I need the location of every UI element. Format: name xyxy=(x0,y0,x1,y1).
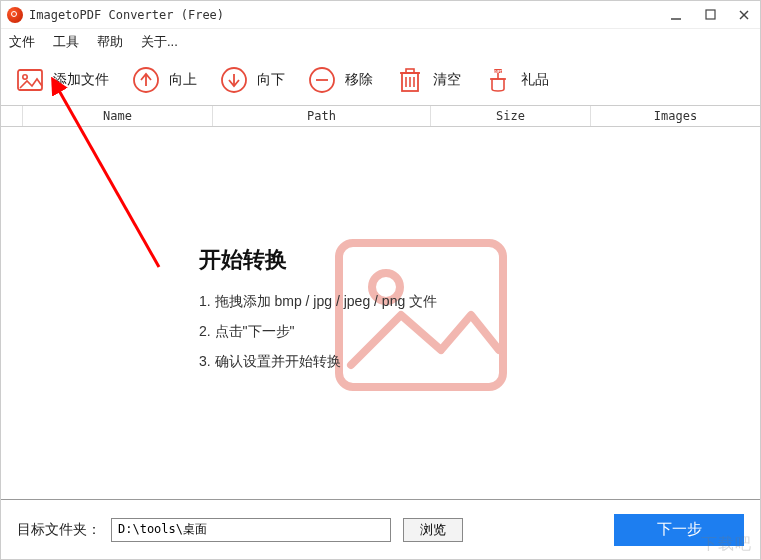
clear-button[interactable]: 清空 xyxy=(395,65,461,95)
col-name[interactable]: Name xyxy=(23,106,213,126)
gift-button[interactable]: GIFT 礼品 xyxy=(483,65,549,95)
target-folder-label: 目标文件夹： xyxy=(17,521,101,539)
col-size[interactable]: Size xyxy=(431,106,591,126)
move-up-button[interactable]: 向上 xyxy=(131,65,197,95)
gift-label: 礼品 xyxy=(521,71,549,89)
clear-label: 清空 xyxy=(433,71,461,89)
col-path[interactable]: Path xyxy=(213,106,431,126)
table-header: Name Path Size Images xyxy=(1,105,760,127)
col-checkbox[interactable] xyxy=(1,106,23,126)
guide-step2: 2. 点击"下一步" xyxy=(199,323,437,341)
image-add-icon xyxy=(15,65,45,95)
maximize-button[interactable] xyxy=(700,5,720,25)
svg-text:GIFT: GIFT xyxy=(494,70,503,74)
menu-tools[interactable]: 工具 xyxy=(53,33,79,51)
window-buttons xyxy=(666,5,754,25)
gift-icon: GIFT xyxy=(483,65,513,95)
guide-step1: 1. 拖拽添加 bmp / jpg / jpeg / png 文件 xyxy=(199,293,437,311)
bottom-bar: 目标文件夹： 浏览 下一步 xyxy=(1,499,760,559)
window-title: ImagetoPDF Converter (Free) xyxy=(29,8,666,22)
move-down-button[interactable]: 向下 xyxy=(219,65,285,95)
trash-icon xyxy=(395,65,425,95)
move-up-label: 向上 xyxy=(169,71,197,89)
content-area[interactable]: 开始转换 1. 拖拽添加 bmp / jpg / jpeg / png 文件 2… xyxy=(1,127,760,497)
svg-rect-17 xyxy=(406,69,414,73)
arrow-up-icon xyxy=(131,65,161,95)
arrow-down-icon xyxy=(219,65,249,95)
remove-label: 移除 xyxy=(345,71,373,89)
add-file-button[interactable]: 添加文件 xyxy=(15,65,109,95)
remove-button[interactable]: 移除 xyxy=(307,65,373,95)
minimize-button[interactable] xyxy=(666,5,686,25)
move-down-label: 向下 xyxy=(257,71,285,89)
close-button[interactable] xyxy=(734,5,754,25)
menu-help[interactable]: 帮助 xyxy=(97,33,123,51)
menu-file[interactable]: 文件 xyxy=(9,33,35,51)
target-folder-input[interactable] xyxy=(111,518,391,542)
guide-step3: 3. 确认设置并开始转换 xyxy=(199,353,437,371)
toolbar: 添加文件 向上 向下 移除 清空 GIFT 礼品 xyxy=(1,55,760,105)
menu-about[interactable]: 关于... xyxy=(141,33,178,51)
browse-button[interactable]: 浏览 xyxy=(403,518,463,542)
svg-point-5 xyxy=(23,75,27,79)
instructions: 开始转换 1. 拖拽添加 bmp / jpg / jpeg / png 文件 2… xyxy=(199,245,437,383)
svg-rect-1 xyxy=(706,10,715,19)
menubar: 文件 工具 帮助 关于... xyxy=(1,29,760,55)
minus-icon xyxy=(307,65,337,95)
guide-title: 开始转换 xyxy=(199,245,437,275)
next-button[interactable]: 下一步 xyxy=(614,514,744,546)
titlebar: ImagetoPDF Converter (Free) xyxy=(1,1,760,29)
app-icon xyxy=(7,7,23,23)
col-images[interactable]: Images xyxy=(591,106,760,126)
add-file-label: 添加文件 xyxy=(53,71,109,89)
